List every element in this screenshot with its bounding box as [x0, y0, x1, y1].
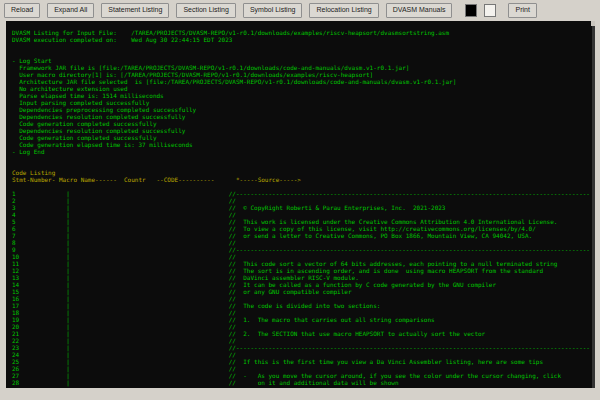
blank-line	[12, 50, 595, 57]
listing-terminal[interactable]: DVASM Listing for Input File: /TAREA/PRO…	[6, 21, 595, 388]
log-line: No architecture extension used	[12, 85, 595, 92]
section-listing-button[interactable]: Section Listing	[176, 3, 236, 18]
log-line: Architecture JAR file selected is [file:…	[12, 78, 595, 85]
code-row: 11 | // This code sort a vector of 64 bi…	[12, 260, 595, 267]
code-listing-title: Code Listing	[12, 169, 595, 176]
code-row: 3 | // © CopyRight Roberti & Parau Enter…	[12, 204, 595, 211]
blank-line	[12, 43, 595, 50]
code-row: 8 | //	[12, 239, 595, 246]
log-line: Dependencies resolution completed succes…	[12, 113, 595, 120]
log-line: Code generation elapsed time is: 37 mill…	[12, 141, 595, 148]
code-row: 9 | //----------------------------------…	[12, 246, 595, 253]
code-row: 17 | // The code is divided into two sec…	[12, 302, 595, 309]
code-row: 7 | // or send a letter to Creative Comm…	[12, 232, 595, 239]
log-end-line: - Log End	[12, 148, 595, 155]
code-row: 25 | // If this is the first time you vi…	[12, 358, 595, 365]
scrollbar-top-notch	[591, 21, 595, 26]
code-row: 1 | //----------------------------------…	[12, 190, 595, 197]
log-line: User macro directory[1] is: [/TAREA/PROJ…	[12, 71, 595, 78]
code-row: 28 | // on it and additional data will b…	[12, 379, 595, 386]
relocation-listing-button[interactable]: Relocation Listing	[309, 3, 378, 18]
code-row: 10 | //	[12, 253, 595, 260]
symbol-listing-button[interactable]: Symbol Listing	[243, 3, 303, 18]
dvasm-manuals-button[interactable]: DVASM Manuals	[386, 3, 453, 18]
white-color-swatch[interactable]	[484, 4, 496, 17]
code-row: 23 | //---------------------------------…	[12, 344, 595, 351]
black-color-swatch[interactable]	[465, 4, 477, 17]
code-row: 5 | // This work is licensed under the C…	[12, 218, 595, 225]
code-listing-columns-header: Stmt-Number- Macro Name------ Countr --C…	[12, 176, 595, 183]
code-row: 21 | // 2. The SECTION that use macro HE…	[12, 330, 595, 337]
log-line: Input parsing completed successfully	[12, 99, 595, 106]
code-row: 2 | //	[12, 197, 595, 204]
code-row: 27 | // - As you move the cursor around,…	[12, 372, 595, 379]
statement-listing-button[interactable]: Statement Listing	[101, 3, 169, 18]
log-line: Code generation completed successfully	[12, 134, 595, 141]
log-line: Code generation completed successfully	[12, 120, 595, 127]
blank-line	[12, 162, 595, 169]
log-line: Parse elapsed time is: 1514 milliseconds	[12, 92, 595, 99]
expand-all-button[interactable]: Expand All	[47, 3, 94, 18]
code-row: 4 | //	[12, 211, 595, 218]
code-row: 24 | //	[12, 351, 595, 358]
code-row: 26 | //	[12, 365, 595, 372]
print-button[interactable]: Print	[508, 3, 536, 18]
code-row: 15 | // or any GNU compatible compiler	[12, 288, 595, 295]
code-row: 6 | // To view a copy of this license, v…	[12, 225, 595, 232]
status-bar	[0, 388, 600, 400]
terminal-content: DVASM Listing for Input File: /TAREA/PRO…	[6, 21, 595, 386]
header-execution-line: DVASM execution completed on: Wed Aug 30…	[12, 36, 595, 43]
code-row: 16 | //	[12, 295, 595, 302]
toolbar: Reload Expand All Statement Listing Sect…	[0, 0, 600, 21]
code-row: 13 | // DaVinci assembler RISC-V module.	[12, 274, 595, 281]
reload-button[interactable]: Reload	[4, 3, 40, 18]
code-row: 14 | // It can be called as a function b…	[12, 281, 595, 288]
header-input-file-line: DVASM Listing for Input File: /TAREA/PRO…	[12, 29, 595, 36]
terminal-scrollbar[interactable]	[592, 21, 595, 388]
log-line: Framework JAR file is [file:/TAREA/PROJE…	[12, 64, 595, 71]
code-row: 22 | //	[12, 337, 595, 344]
blank-line	[12, 155, 595, 162]
code-row: 12 | // The sort is in ascending order, …	[12, 267, 595, 274]
code-row: 19 | // 1. The macro that carries out al…	[12, 316, 595, 323]
code-row: 20 | //	[12, 323, 595, 330]
blank-line	[12, 183, 595, 190]
code-row: 18 | //	[12, 309, 595, 316]
dvasm-listing-window: Reload Expand All Statement Listing Sect…	[0, 0, 600, 400]
log-start-line: - Log Start	[12, 57, 595, 64]
log-line: Dependencies preprocessing completed suc…	[12, 106, 595, 113]
log-line: Dependencies resolution completed succes…	[12, 127, 595, 134]
